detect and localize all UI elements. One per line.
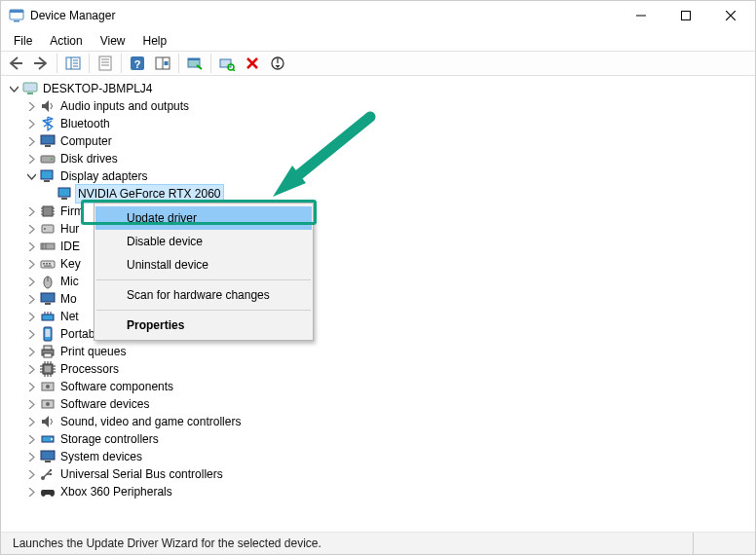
expand-icon[interactable] [24, 292, 38, 306]
tree-item-label: IDE [58, 238, 82, 255]
expand-icon[interactable] [24, 432, 38, 446]
tree-sound[interactable]: Sound, video and game controllers [7, 413, 755, 430]
properties-button[interactable] [94, 52, 117, 75]
tree-diskdrives[interactable]: Disk drives [7, 150, 755, 167]
svg-rect-54 [45, 303, 51, 305]
expand-icon[interactable] [24, 257, 38, 271]
tree-item-label: Storage controllers [58, 430, 161, 448]
svg-rect-84 [41, 451, 55, 460]
tree-root[interactable]: DESKTOP-JBMPLJ4 [7, 80, 755, 97]
tree-display[interactable]: Display adapters [7, 167, 755, 185]
menu-file[interactable]: File [5, 32, 41, 50]
update-driver-button[interactable] [183, 52, 207, 75]
tree-item-label: Software components [58, 378, 175, 395]
expand-icon[interactable] [24, 204, 38, 218]
ctx-update-driver[interactable]: Update driver [95, 206, 312, 230]
svg-rect-3 [682, 12, 691, 20]
computer-icon [22, 81, 38, 96]
expand-icon[interactable] [24, 450, 38, 463]
svg-rect-32 [58, 188, 70, 197]
tree-processors[interactable]: Processors [7, 360, 755, 378]
svg-point-29 [51, 159, 53, 161]
ctx-disable-device[interactable]: Disable device [95, 230, 312, 253]
tree-xbox[interactable]: Xbox 360 Peripherals [7, 483, 755, 500]
tree-item-label: Sound, video and game controllers [58, 413, 243, 430]
tree-item-label: Disk drives [58, 150, 120, 167]
expand-icon[interactable] [24, 362, 38, 376]
tree-audio[interactable]: Audio inputs and outputs [7, 97, 755, 115]
expand-icon[interactable] [24, 275, 38, 288]
uninstall-button[interactable] [241, 52, 264, 75]
expand-icon[interactable] [24, 327, 38, 341]
monitor-icon [40, 133, 56, 149]
chip-icon [40, 204, 56, 219]
tree-bluetooth[interactable]: Bluetooth [7, 115, 755, 132]
statusbar-cell [693, 533, 751, 554]
expand-icon[interactable] [24, 134, 38, 148]
tree-item-label: Key [58, 255, 83, 273]
tree-storage[interactable]: Storage controllers [7, 430, 755, 448]
ctx-separator [96, 310, 311, 311]
tree-computer[interactable]: Computer [7, 132, 755, 150]
tree-printqueues[interactable]: Print queues [7, 343, 755, 360]
close-button[interactable] [708, 1, 753, 30]
hid-icon [40, 221, 56, 237]
svg-rect-88 [50, 473, 52, 475]
expand-icon[interactable] [24, 99, 38, 113]
tree-item-label: Print queues [58, 343, 128, 360]
disk-icon [40, 151, 56, 166]
expand-icon[interactable] [24, 397, 38, 411]
menubar: File Action View Help [1, 30, 755, 51]
collapse-icon[interactable] [24, 169, 38, 183]
svg-point-81 [46, 402, 50, 406]
svg-rect-30 [41, 170, 53, 179]
svg-point-83 [51, 438, 53, 440]
tree-swdev[interactable]: Software devices [7, 395, 755, 413]
menu-help[interactable]: Help [134, 32, 176, 50]
expand-icon[interactable] [24, 415, 38, 428]
svg-rect-2 [14, 20, 19, 22]
expand-icon[interactable] [24, 152, 38, 166]
controller-icon [40, 239, 56, 254]
minimize-button[interactable] [619, 1, 663, 30]
expand-icon[interactable] [24, 345, 38, 358]
tree-sysdev[interactable]: System devices [7, 448, 755, 465]
help-button[interactable]: ? [126, 52, 149, 75]
maximize-button[interactable] [663, 1, 708, 30]
tree-usb[interactable]: Universal Serial Bus controllers [7, 465, 755, 483]
ctx-uninstall-device[interactable]: Uninstall device [95, 253, 312, 277]
menu-view[interactable]: View [92, 32, 134, 50]
forward-button[interactable] [29, 52, 53, 75]
svg-rect-17 [165, 61, 169, 65]
network-icon [40, 309, 56, 324]
scan-hardware-button[interactable] [215, 52, 239, 75]
svg-point-42 [44, 228, 46, 230]
expand-icon[interactable] [24, 240, 38, 253]
svg-rect-1 [10, 10, 23, 13]
collapse-icon[interactable] [7, 82, 20, 95]
svg-rect-41 [42, 225, 54, 233]
svg-rect-34 [43, 206, 53, 216]
tree-nvidia[interactable]: NVIDIA GeForce RTX 2060 [7, 185, 755, 203]
expand-icon[interactable] [24, 222, 38, 236]
svg-rect-9 [99, 56, 111, 70]
svg-rect-31 [44, 180, 50, 182]
disable-button[interactable] [266, 52, 289, 75]
back-button[interactable] [4, 52, 27, 75]
svg-point-87 [50, 469, 52, 471]
svg-rect-60 [46, 329, 51, 337]
expand-icon[interactable] [24, 310, 38, 323]
ctx-scan-hardware[interactable]: Scan for hardware changes [95, 283, 312, 307]
tree-item-label: Display adapters [58, 167, 149, 185]
expand-icon[interactable] [24, 117, 38, 130]
expand-icon[interactable] [24, 380, 38, 393]
tree-item-label: Net [58, 308, 81, 325]
toolbar-btn-5[interactable] [151, 52, 174, 75]
ctx-properties[interactable]: Properties [95, 314, 312, 337]
bluetooth-icon [40, 116, 56, 131]
tree-swcomp[interactable]: Software components [7, 378, 755, 395]
expand-icon[interactable] [24, 485, 38, 499]
menu-action[interactable]: Action [41, 32, 91, 50]
show-hide-tree-button[interactable] [61, 52, 85, 75]
expand-icon[interactable] [24, 467, 38, 481]
